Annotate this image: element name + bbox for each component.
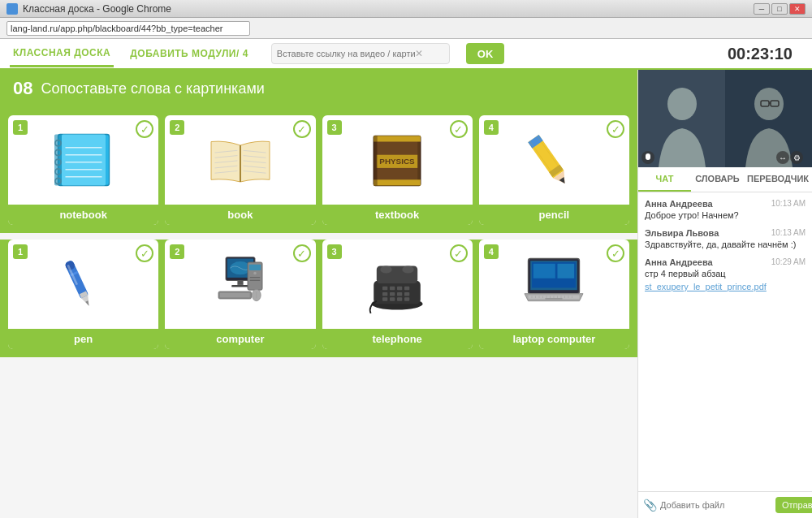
tab-translator[interactable]: ПЕРЕВОДЧИК xyxy=(744,167,812,192)
card-pen[interactable]: 1 ✓ xyxy=(8,240,158,349)
card-number-1: 1 xyxy=(13,120,28,135)
svg-rect-68 xyxy=(397,292,402,296)
svg-rect-1 xyxy=(62,135,106,186)
svg-rect-51 xyxy=(249,265,261,270)
svg-point-74 xyxy=(380,266,391,274)
svg-rect-80 xyxy=(558,264,575,278)
close-button[interactable]: ✕ xyxy=(789,3,806,15)
tab-modules[interactable]: ДОБАВИТЬ МОДУЛИ/ 4 xyxy=(127,41,252,66)
send-button[interactable]: Отправить xyxy=(775,497,812,513)
chat-tabs: ЧАТ СЛОВАРЬ ПЕРЕВОДЧИК xyxy=(638,167,812,192)
row1-cards-grid: 1 ✓ xyxy=(0,107,637,233)
svg-rect-73 xyxy=(404,297,409,301)
card-label-notebook: notebook xyxy=(8,205,158,225)
timer-display: 00:23:10 xyxy=(728,45,793,63)
content-area: 08 Сопоставьте слова с картинками 1 ✓ xyxy=(0,70,637,518)
card-pencil[interactable]: 4 ✓ xyxy=(479,115,629,225)
svg-text:PHYSICS: PHYSICS xyxy=(379,157,415,166)
svg-rect-70 xyxy=(382,297,387,301)
right-panel: ⚙ ↔ ЧАТ СЛОВАРЬ ПЕРЕВОДЧИК Анна Андреева… xyxy=(637,70,812,518)
minimize-button[interactable]: ─ xyxy=(754,3,770,15)
chat-input-field[interactable] xyxy=(660,500,772,510)
row2-cards-area: 1 ✓ xyxy=(0,240,637,357)
task-header: 08 Сопоставьте слова с картинками xyxy=(0,70,637,107)
card-number-computer: 2 xyxy=(170,244,184,259)
title-bar: Классная доска - Google Chrome ─ □ ✕ xyxy=(0,0,812,18)
svg-point-75 xyxy=(402,266,413,274)
chat-msg-text-3: стр 4 первый абзац xyxy=(645,269,806,278)
chat-input-area: 📎 Отправить xyxy=(638,491,812,518)
chat-msg-time-3: 10:29 AM xyxy=(771,257,806,267)
card-computer[interactable]: 2 ✓ xyxy=(165,240,315,349)
card-textbook[interactable]: 3 ✓ PHYSICS xyxy=(322,115,473,225)
svg-rect-94 xyxy=(546,298,564,300)
nav-bar: КЛАССНАЯ ДОСКА ДОБАВИТЬ МОДУЛИ/ 4 ✕ OK 0… xyxy=(0,39,812,70)
chat-messages: Анна Андреева 10:13 AM Доброе утро! Начн… xyxy=(638,192,812,491)
chat-msg-text-2: Здравствуйте, да, давайте начнём :) xyxy=(645,240,806,249)
card-number-pen: 1 xyxy=(13,244,28,259)
tab-dictionary[interactable]: СЛОВАРЬ xyxy=(691,167,744,192)
svg-rect-65 xyxy=(404,287,409,291)
card-check-3: ✓ xyxy=(450,120,468,138)
svg-rect-64 xyxy=(397,287,402,291)
svg-rect-67 xyxy=(390,292,395,296)
svg-rect-104 xyxy=(646,153,650,160)
svg-rect-66 xyxy=(382,292,387,296)
svg-point-52 xyxy=(253,272,257,275)
svg-rect-12 xyxy=(54,135,62,186)
svg-text:⚙: ⚙ xyxy=(793,153,801,162)
maximize-button[interactable]: □ xyxy=(771,3,788,15)
svg-rect-62 xyxy=(382,287,387,291)
task-title: Сопоставьте слова с картинками xyxy=(41,80,264,97)
svg-rect-60 xyxy=(374,281,421,304)
chat-message-3: Анна Андреева 10:29 AM стр 4 первый абза… xyxy=(645,257,806,293)
chat-message-1: Анна Андреева 10:13 AM Доброе утро! Начн… xyxy=(645,199,806,220)
card-number-telephone: 3 xyxy=(327,244,342,259)
chat-msg-name-2: Эльвира Львова xyxy=(645,228,719,238)
svg-rect-26 xyxy=(374,136,421,141)
card-laptop[interactable]: 4 ✓ xyxy=(479,240,629,349)
svg-rect-27 xyxy=(374,179,421,185)
card-number-4: 4 xyxy=(484,120,499,135)
chat-msg-header-1: Анна Андреева 10:13 AM xyxy=(645,199,806,209)
ok-button[interactable]: OK xyxy=(466,43,505,64)
card-label-pencil: pencil xyxy=(479,205,629,225)
card-notebook[interactable]: 1 ✓ xyxy=(8,115,158,225)
window-controls: ─ □ ✕ xyxy=(754,3,806,15)
card-check-2: ✓ xyxy=(293,120,311,138)
svg-rect-71 xyxy=(390,297,395,301)
tab-chat[interactable]: ЧАТ xyxy=(638,167,691,192)
card-check-computer: ✓ xyxy=(293,244,311,262)
card-label-book: book xyxy=(165,205,315,225)
svg-rect-54 xyxy=(250,280,261,281)
card-number-laptop: 4 xyxy=(484,244,499,259)
svg-rect-48 xyxy=(237,281,243,285)
svg-rect-72 xyxy=(397,297,402,301)
title-bar-text: Классная доска - Google Chrome xyxy=(23,3,171,15)
attach-icon[interactable]: 📎 xyxy=(643,499,657,512)
card-check-laptop: ✓ xyxy=(607,244,624,262)
card-telephone[interactable]: 3 ✓ xyxy=(322,240,473,349)
card-label-laptop: laptop computer xyxy=(479,329,629,349)
svg-rect-63 xyxy=(390,287,395,291)
video-area: ⚙ ↔ xyxy=(638,70,812,167)
chat-msg-name-3: Анна Андреева xyxy=(645,257,713,267)
svg-rect-53 xyxy=(250,277,261,278)
task-number: 08 xyxy=(13,78,32,99)
card-check-telephone: ✓ xyxy=(450,244,468,262)
card-number-2: 2 xyxy=(170,120,184,135)
video-url-input[interactable] xyxy=(277,49,415,58)
chat-msg-link-3[interactable]: st_exupery_le_petit_prince.pdf xyxy=(645,282,767,291)
card-check-4: ✓ xyxy=(607,120,624,138)
chat-msg-text-1: Доброе утро! Начнем? xyxy=(645,210,806,220)
svg-point-97 xyxy=(667,88,697,120)
svg-text:↔: ↔ xyxy=(779,153,787,162)
tab-classroom[interactable]: КЛАССНАЯ ДОСКА xyxy=(10,41,114,67)
svg-rect-69 xyxy=(404,292,409,296)
clear-url-button[interactable]: ✕ xyxy=(415,48,423,59)
card-book[interactable]: 2 ✓ xyxy=(165,115,315,225)
address-input[interactable] xyxy=(6,21,250,36)
chat-msg-time-1: 10:13 AM xyxy=(771,199,806,209)
chat-msg-name-1: Анна Андреева xyxy=(645,199,713,209)
card-label-telephone: telephone xyxy=(322,329,473,349)
